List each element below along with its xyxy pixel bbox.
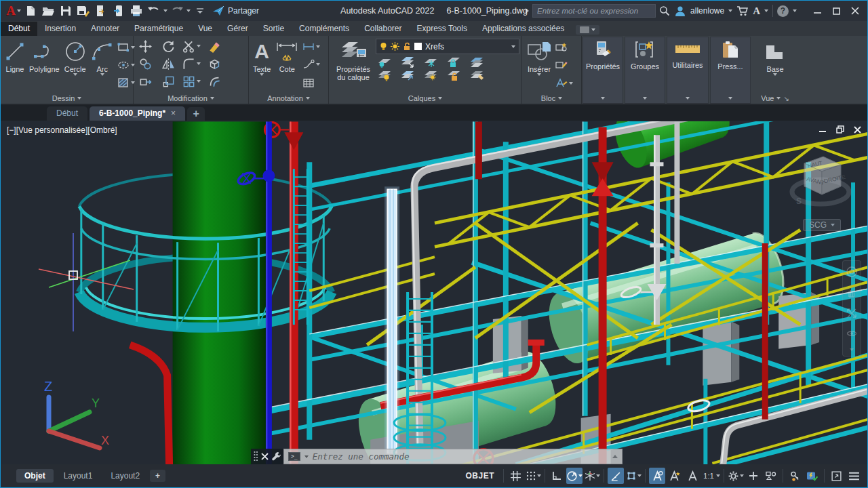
file-tab-drawing[interactable]: 6-B-1000_Piping*× xyxy=(90,106,185,121)
circle-button[interactable]: Cercle xyxy=(62,37,89,93)
layer-off-icon[interactable] xyxy=(377,70,392,81)
panel-proprietes[interactable]: Propriétés xyxy=(583,37,623,104)
crosshair-plus-button[interactable] xyxy=(745,468,762,484)
ribbon-display-button[interactable] xyxy=(576,25,599,35)
array-button[interactable] xyxy=(182,75,201,88)
explode-button[interactable] xyxy=(208,58,221,70)
define-attributes-button[interactable] xyxy=(555,78,573,88)
ribbon-tab-applications[interactable]: Applications associées xyxy=(475,22,572,36)
layer-freeze-sun-icon[interactable] xyxy=(391,42,399,51)
close-button[interactable] xyxy=(846,2,865,20)
viewport-restore-icon[interactable] xyxy=(836,125,844,134)
command-history-arrow[interactable] xyxy=(612,455,618,458)
orbit-icon[interactable] xyxy=(846,328,857,339)
drawing-viewport[interactable]: Z Y X [−][Vue personnalisée][Ombré] S HA… xyxy=(1,121,868,465)
maximize-button[interactable] xyxy=(827,2,846,20)
viewport-close-icon[interactable] xyxy=(854,126,861,134)
polar-tracking-toggle[interactable] xyxy=(566,468,583,484)
layout-tab-model[interactable]: Objet xyxy=(16,469,54,483)
arc-button[interactable]: Arc xyxy=(89,37,116,93)
panel-label-vue[interactable]: Vue↘ xyxy=(751,93,799,104)
layer-freeze-icon[interactable] xyxy=(423,56,438,68)
share-button[interactable]: Partager xyxy=(212,5,259,16)
layer-properties-button[interactable]: Propriétésdu calque xyxy=(331,37,376,93)
ellipse-button[interactable] xyxy=(117,60,135,70)
scale-list-button[interactable]: 1:1 xyxy=(702,468,720,484)
grid-toggle[interactable] xyxy=(507,468,524,484)
move-button[interactable] xyxy=(139,40,152,53)
redo-button[interactable] xyxy=(169,3,185,19)
help-button[interactable]: ? xyxy=(777,5,789,17)
clean-screen-button[interactable] xyxy=(828,468,844,484)
base-view-button[interactable]: Base xyxy=(762,37,789,93)
search-icon[interactable] xyxy=(659,5,670,16)
selection-filtering-button[interactable] xyxy=(763,468,779,484)
search-input[interactable] xyxy=(532,4,656,18)
annotation-scale-button[interactable] xyxy=(684,468,701,484)
line-button[interactable]: Ligne xyxy=(3,37,27,93)
command-customize-wrench-icon[interactable] xyxy=(271,451,281,462)
command-recent-dropdown[interactable] xyxy=(304,455,309,458)
panel-label-bloc[interactable]: Bloc xyxy=(522,93,581,104)
export-button[interactable] xyxy=(93,3,109,19)
file-tab-close-icon[interactable]: × xyxy=(171,106,176,121)
qat-customize-button[interactable] xyxy=(192,3,208,19)
create-block-button[interactable] xyxy=(555,42,573,52)
ribbon-tab-insertion[interactable]: Insertion xyxy=(37,22,83,36)
table-button[interactable] xyxy=(302,78,320,88)
object-snap-tracking-toggle[interactable] xyxy=(608,468,624,484)
command-input-text[interactable]: Entrez une commande xyxy=(313,451,608,462)
workspace-switching-button[interactable] xyxy=(728,468,744,484)
undo-button[interactable] xyxy=(146,3,162,19)
panel-label-calques[interactable]: Calques xyxy=(329,93,521,104)
layer-unisolate-icon[interactable] xyxy=(400,56,415,68)
text-button[interactable]: A Texte xyxy=(251,37,273,93)
erase-button[interactable] xyxy=(208,40,221,53)
layer-lock-icon[interactable] xyxy=(446,56,461,68)
print-button[interactable] xyxy=(128,3,144,19)
file-tab-start[interactable]: Début xyxy=(47,106,87,121)
open-file-button[interactable] xyxy=(40,3,56,19)
layer-match-icon[interactable] xyxy=(469,56,484,68)
scale-button[interactable] xyxy=(162,75,175,88)
new-layout-button[interactable]: + xyxy=(150,470,165,482)
undo-dropdown[interactable] xyxy=(163,9,167,12)
model-space-toggle[interactable]: OBJET xyxy=(460,468,500,484)
layer-unlock-icon[interactable] xyxy=(403,42,411,51)
hatch-button[interactable] xyxy=(117,77,135,88)
autodesk-app-icon[interactable]: A xyxy=(753,5,760,17)
annotation-visibility-toggle[interactable] xyxy=(649,468,665,484)
app-store-cart-icon[interactable] xyxy=(736,5,749,16)
layer-select-dropdown[interactable]: Xrefs xyxy=(376,39,519,54)
ribbon-tab-collaborer[interactable]: Collaborer xyxy=(357,22,409,36)
signed-in-user[interactable]: allenlowe xyxy=(690,6,724,16)
viewport-minimize-icon[interactable] xyxy=(819,126,827,134)
trim-button[interactable] xyxy=(182,40,201,53)
layer-color-swatch[interactable] xyxy=(414,43,422,50)
autodesk-app-dropdown[interactable] xyxy=(764,9,768,12)
ribbon-tab-gerer[interactable]: Gérer xyxy=(220,22,256,36)
offset-button[interactable] xyxy=(208,75,221,88)
search-expand-icon[interactable] xyxy=(526,8,529,14)
mirror-button[interactable] xyxy=(162,58,175,70)
isolate-objects-button[interactable] xyxy=(787,468,803,484)
rotate-button[interactable] xyxy=(162,40,175,53)
command-grip-handle[interactable] xyxy=(253,451,258,463)
panel-label-modification[interactable]: Modification xyxy=(134,93,248,104)
panel-label-dessin[interactable]: Dessin xyxy=(1,93,133,104)
layer-isolate-icon[interactable] xyxy=(377,56,392,68)
ribbon-tab-sortie[interactable]: Sortie xyxy=(256,22,292,36)
viewcube[interactable]: S HAUT AVANT DROITE xyxy=(789,148,852,214)
panel-groupes[interactable]: Groupes xyxy=(625,37,665,104)
redo-dropdown[interactable] xyxy=(186,9,191,12)
copy-button[interactable] xyxy=(139,58,152,70)
leader-button[interactable] xyxy=(302,60,320,69)
help-dropdown[interactable] xyxy=(793,9,797,12)
minimize-button[interactable] xyxy=(808,2,827,20)
command-input-bar[interactable]: >_ Entrez une commande xyxy=(283,449,623,464)
customization-button[interactable] xyxy=(846,468,862,484)
linear-dimension-button[interactable] xyxy=(302,42,320,52)
panel-utilitaires[interactable]: Utilitaires xyxy=(667,37,709,104)
insert-block-button[interactable]: Insérer xyxy=(524,37,554,93)
steering-wheel-icon[interactable] xyxy=(846,266,858,278)
